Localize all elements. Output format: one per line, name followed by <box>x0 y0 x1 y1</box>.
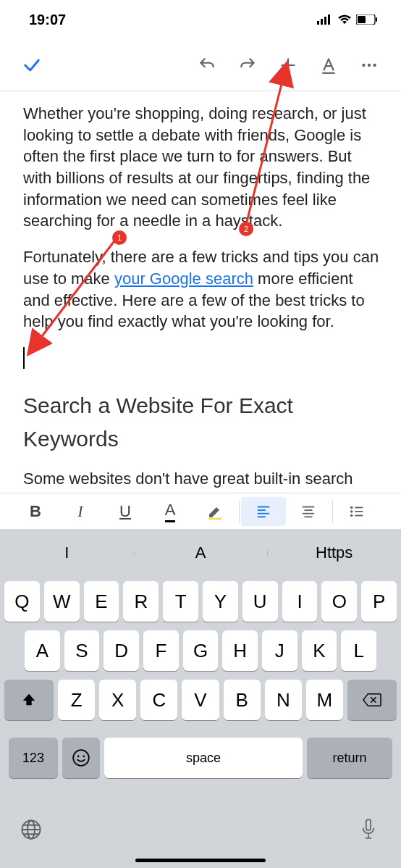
highlight-button[interactable] <box>193 497 237 526</box>
key-row-4: 123 space return <box>4 738 397 778</box>
ellipsis-icon <box>360 56 379 75</box>
undo-button[interactable] <box>190 48 224 83</box>
undo-icon <box>198 56 216 75</box>
key-d[interactable]: D <box>104 630 139 671</box>
google-search-link[interactable]: your Google search <box>114 270 253 288</box>
suggestion-1[interactable]: I <box>0 543 134 562</box>
list-icon <box>349 504 365 519</box>
align-center-icon <box>300 504 316 519</box>
key-o[interactable]: O <box>321 581 357 622</box>
key-s[interactable]: S <box>64 630 100 671</box>
key-e[interactable]: E <box>84 581 119 622</box>
space-key[interactable]: space <box>104 738 303 778</box>
status-bar: 19:07 <box>0 0 401 39</box>
svg-rect-32 <box>366 819 371 830</box>
suggestion-2[interactable]: A <box>134 543 268 562</box>
align-center-button[interactable] <box>286 497 331 526</box>
text-style-button[interactable] <box>311 48 346 83</box>
key-row-2: A S D F G H J K L <box>4 630 397 671</box>
align-left-icon <box>256 504 271 519</box>
key-b[interactable]: B <box>224 680 261 720</box>
document-body[interactable]: Whether you're shopping, doing research,… <box>0 91 401 490</box>
text-color-button[interactable]: A <box>148 497 193 526</box>
svg-point-27 <box>77 755 80 757</box>
backspace-key[interactable] <box>347 680 397 720</box>
align-left-button[interactable] <box>241 497 286 526</box>
key-z[interactable]: Z <box>58 680 95 720</box>
redo-button[interactable] <box>230 48 265 83</box>
home-indicator[interactable] <box>135 859 266 862</box>
status-time: 19:07 <box>29 12 66 28</box>
svg-rect-0 <box>317 21 319 25</box>
key-c[interactable]: C <box>140 680 177 720</box>
annotation-badge-1: 1 <box>112 230 127 245</box>
key-n[interactable]: N <box>265 680 302 720</box>
shift-key[interactable] <box>4 680 54 720</box>
emoji-icon <box>72 748 90 767</box>
backspace-icon <box>363 692 381 708</box>
heading-search-website[interactable]: Search a Website For Exact Keywords <box>23 389 381 456</box>
key-q[interactable]: Q <box>4 581 40 622</box>
return-key[interactable]: return <box>307 738 392 778</box>
svg-point-20 <box>350 506 353 509</box>
svg-rect-5 <box>358 16 366 23</box>
svg-point-28 <box>83 755 85 757</box>
key-h[interactable]: H <box>222 630 258 671</box>
svg-rect-6 <box>376 17 377 22</box>
keyboard: I A Https Q W E R T Y U I O P A S D F G … <box>0 529 401 868</box>
key-row-3: Z X C V B N M <box>4 680 397 720</box>
key-p[interactable]: P <box>361 581 397 622</box>
globe-icon <box>20 819 42 840</box>
key-j[interactable]: J <box>262 630 297 671</box>
svg-point-24 <box>350 514 353 517</box>
wifi-icon <box>337 14 352 25</box>
text-cursor <box>23 347 25 369</box>
key-i[interactable]: I <box>282 581 318 622</box>
key-v[interactable]: V <box>182 680 219 720</box>
svg-rect-1 <box>321 19 323 25</box>
key-w[interactable]: W <box>44 581 80 622</box>
svg-point-26 <box>73 750 89 766</box>
bold-button[interactable]: B <box>13 497 58 526</box>
key-f[interactable]: F <box>143 630 179 671</box>
key-x[interactable]: X <box>99 680 136 720</box>
key-r[interactable]: R <box>123 581 159 622</box>
globe-key[interactable] <box>20 819 42 843</box>
annotation-badge-2: 2 <box>239 222 253 236</box>
bulleted-list-button[interactable] <box>334 497 379 526</box>
format-separator-2 <box>332 500 333 523</box>
key-t[interactable]: T <box>163 581 198 622</box>
key-g[interactable]: G <box>183 630 219 671</box>
paragraph-2[interactable]: Fortunately, there are a few tricks and … <box>23 246 381 333</box>
suggestion-row: I A Https <box>0 529 401 577</box>
format-toolbar: B I U A <box>0 493 401 529</box>
accept-button[interactable] <box>14 48 49 83</box>
emoji-key[interactable] <box>62 738 100 778</box>
numeric-key[interactable]: 123 <box>9 738 58 778</box>
redo-icon <box>238 56 257 75</box>
key-k[interactable]: K <box>302 630 337 671</box>
key-y[interactable]: Y <box>203 581 238 622</box>
plus-icon <box>279 56 297 75</box>
editor-toolbar <box>0 39 401 91</box>
italic-button[interactable]: I <box>58 497 103 526</box>
text-cursor-line[interactable] <box>23 347 381 369</box>
insert-button[interactable] <box>271 48 305 83</box>
paragraph-3[interactable]: Some websites don't have great built-in … <box>23 468 381 490</box>
key-m[interactable]: M <box>306 680 343 720</box>
battery-icon <box>356 14 378 25</box>
more-button[interactable] <box>352 48 387 83</box>
underline-button[interactable]: U <box>103 497 148 526</box>
key-u[interactable]: U <box>242 581 278 622</box>
paragraph-1[interactable]: Whether you're shopping, doing research,… <box>23 103 381 232</box>
svg-point-9 <box>368 63 371 66</box>
checkmark-icon <box>22 55 42 75</box>
status-icons <box>317 14 378 25</box>
key-l[interactable]: L <box>341 630 376 671</box>
svg-point-10 <box>373 63 376 66</box>
svg-rect-3 <box>328 14 330 25</box>
key-a[interactable]: A <box>25 630 60 671</box>
suggestion-3[interactable]: Https <box>267 543 401 562</box>
format-separator <box>239 500 240 523</box>
dictation-key[interactable] <box>359 818 378 844</box>
